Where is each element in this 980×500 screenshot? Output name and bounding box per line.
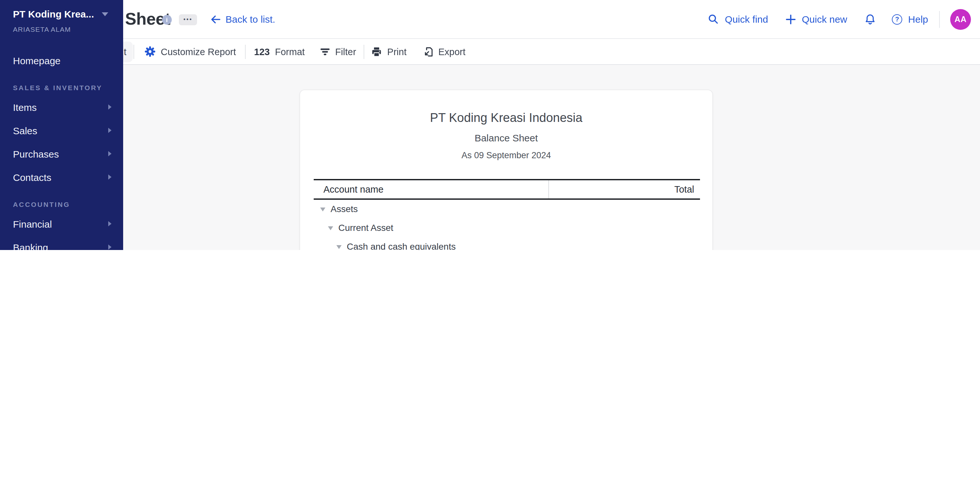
export-icon xyxy=(423,46,433,57)
account-label: Cash and cash equivalents xyxy=(347,241,456,250)
back-arrow-icon xyxy=(211,14,220,24)
sidebar-item-financial[interactable]: Financial xyxy=(0,212,123,236)
sidebar-item-banking[interactable]: Banking xyxy=(0,236,123,250)
help-icon xyxy=(892,14,902,24)
customize-report-label: Customize Report xyxy=(161,46,236,57)
format-button[interactable]: 123 Format xyxy=(254,46,305,57)
print-button[interactable]: Print xyxy=(372,46,407,57)
caret-down-icon[interactable] xyxy=(328,226,333,230)
sidebar-item-sales[interactable]: Sales xyxy=(0,119,123,142)
report-company-name: PT Koding Kreasi Indonesia xyxy=(300,110,712,126)
back-link-label: Back to list. xyxy=(226,14,275,25)
back-to-list-link[interactable]: Back to list. xyxy=(211,0,275,38)
toolbar-separator xyxy=(364,45,364,59)
account-label: Current Asset xyxy=(338,223,393,233)
bell-icon xyxy=(865,13,876,25)
sidebar-item-label: Purchases xyxy=(13,148,59,159)
balance-sheet-table: Account name Total AssetsCurrent AssetCa… xyxy=(314,179,700,250)
chevron-right-icon xyxy=(108,174,111,180)
sidebar-section-accounting: ACCOUNTING xyxy=(0,196,123,212)
sidebar-item-label: Items xyxy=(13,102,37,113)
quick-find-button[interactable]: Quick find xyxy=(708,14,768,25)
sidebar-item-contacts[interactable]: Contacts xyxy=(0,166,123,189)
caret-down-icon[interactable] xyxy=(320,207,325,212)
chevron-right-icon xyxy=(108,245,111,250)
company-switcher[interactable]: PT Koding Krea... xyxy=(13,8,111,19)
export-label: Export xyxy=(438,46,465,57)
toolbar-separator xyxy=(134,45,134,59)
table-body: AssetsCurrent AssetCash and cash equival… xyxy=(314,200,700,250)
notifications-button[interactable] xyxy=(865,13,876,25)
sidebar-item-label: Banking xyxy=(13,242,48,250)
report-toolbar: t Customize Report 123 Format Filter Pri… xyxy=(0,39,980,65)
table-row-cash-and-cash-equivalents[interactable]: Cash and cash equivalents xyxy=(314,237,700,250)
format-label: Format xyxy=(275,46,305,57)
more-options-button[interactable] xyxy=(179,14,197,25)
app-window: Sheet Back to list. Quick find Quick new xyxy=(0,0,980,250)
column-header-total: Total xyxy=(549,180,700,199)
chevron-right-icon xyxy=(108,221,111,226)
chevron-right-icon xyxy=(108,151,111,156)
chevron-down-icon xyxy=(102,12,108,16)
help-button[interactable]: Help xyxy=(892,14,928,25)
sidebar-item-label: Financial xyxy=(13,218,52,229)
sidebar-item-label: Contacts xyxy=(13,172,51,183)
123-icon: 123 xyxy=(254,46,270,57)
sidebar-nav: HomepageSALES & INVENTORYItemsSalesPurch… xyxy=(0,49,123,250)
quick-new-label: Quick new xyxy=(802,14,847,25)
table-header-row: Account name Total xyxy=(314,179,700,200)
report-title: Balance Sheet xyxy=(300,132,712,145)
toolbar-separator xyxy=(245,45,246,59)
user-avatar[interactable]: AA xyxy=(950,9,971,30)
sidebar-section-sales-inventory: SALES & INVENTORY xyxy=(0,80,123,96)
page-content: PT Koding Kreasi Indonesia Balance Sheet… xyxy=(0,65,980,250)
quick-new-button[interactable]: Quick new xyxy=(786,14,847,25)
topbar-actions: Quick find Quick new Help xyxy=(708,0,971,38)
sidebar: PT Koding Krea... ARIASETA ALAM Homepage… xyxy=(0,0,123,250)
table-row-current-asset[interactable]: Current Asset xyxy=(314,218,700,237)
customize-report-button[interactable]: Customize Report xyxy=(145,46,236,57)
sidebar-item-label: Sales xyxy=(13,125,37,136)
sidebar-item-homepage[interactable]: Homepage xyxy=(0,49,123,72)
filter-icon xyxy=(320,48,330,56)
search-icon xyxy=(708,14,719,25)
plus-icon xyxy=(786,14,796,24)
chevron-right-icon xyxy=(108,104,111,110)
table-row-assets[interactable]: Assets xyxy=(314,200,700,218)
user-name: ARIASETA ALAM xyxy=(13,25,111,33)
sidebar-item-purchases[interactable]: Purchases xyxy=(0,142,123,166)
sidebar-header: PT Koding Krea... ARIASETA ALAM xyxy=(0,0,123,33)
sidebar-item-label: Homepage xyxy=(13,55,60,66)
print-icon xyxy=(372,46,382,57)
filter-label: Filter xyxy=(335,46,356,57)
topbar: Sheet Back to list. Quick find Quick new xyxy=(0,0,980,39)
topbar-divider xyxy=(939,11,940,27)
sidebar-item-items[interactable]: Items xyxy=(0,96,123,119)
gear-icon xyxy=(145,46,156,57)
filter-button[interactable]: Filter xyxy=(320,46,356,57)
company-name: PT Koding Krea... xyxy=(13,8,94,19)
export-button[interactable]: Export xyxy=(423,46,465,57)
chevron-right-icon xyxy=(108,128,111,133)
help-label: Help xyxy=(908,14,928,25)
quick-find-label: Quick find xyxy=(725,14,768,25)
account-label: Assets xyxy=(331,204,358,214)
report-card: PT Koding Kreasi Indonesia Balance Sheet… xyxy=(299,89,713,250)
column-header-account-name: Account name xyxy=(314,180,549,199)
caret-down-icon[interactable] xyxy=(336,245,342,249)
print-label: Print xyxy=(387,46,407,57)
info-icon[interactable] xyxy=(162,15,172,25)
report-date: As 09 September 2024 xyxy=(300,150,712,161)
